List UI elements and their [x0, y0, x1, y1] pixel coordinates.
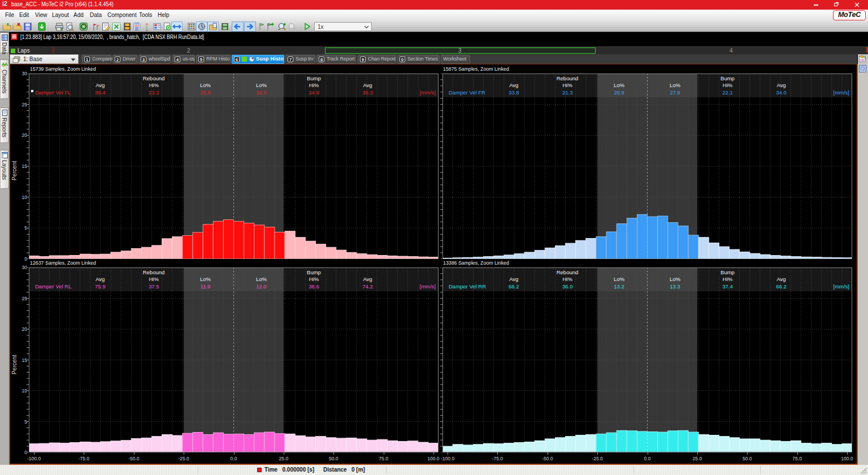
- svg-text:27.8: 27.8: [670, 89, 680, 96]
- svg-text:Hi%: Hi%: [723, 276, 733, 282]
- svg-text:Lo%: Lo%: [670, 276, 681, 282]
- svg-text:Hi%: Hi%: [723, 82, 733, 88]
- svg-text:Avg: Avg: [776, 82, 785, 88]
- svg-text:Avg: Avg: [96, 276, 105, 282]
- svg-text:66.2: 66.2: [776, 283, 787, 290]
- svg-text:[mm/s]: [mm/s]: [420, 89, 436, 96]
- svg-text:Hi%: Hi%: [309, 82, 319, 88]
- svg-text:25.9: 25.9: [200, 89, 211, 96]
- svg-text:Lo%: Lo%: [256, 276, 267, 282]
- svg-text:36.4: 36.4: [95, 89, 106, 96]
- svg-text:[mm/s]: [mm/s]: [834, 89, 850, 96]
- svg-text:Bump: Bump: [307, 75, 321, 81]
- svg-text:34.0: 34.0: [776, 89, 787, 96]
- svg-text:[mm/s]: [mm/s]: [834, 283, 850, 290]
- svg-text:[mm/s]: [mm/s]: [420, 283, 436, 290]
- svg-text:12.0: 12.0: [256, 283, 267, 290]
- svg-text:26.0: 26.0: [256, 89, 267, 96]
- svg-text:Avg: Avg: [776, 276, 785, 282]
- svg-text:Hi%: Hi%: [149, 82, 159, 88]
- svg-text:Lo%: Lo%: [200, 276, 211, 282]
- svg-text:Lo%: Lo%: [614, 82, 625, 88]
- svg-text:Rebound: Rebound: [557, 75, 579, 81]
- svg-text:Hi%: Hi%: [149, 276, 159, 282]
- svg-text:23.3: 23.3: [149, 89, 159, 96]
- svg-text:Damper Vel FR: Damper Vel FR: [449, 89, 485, 96]
- svg-text:Avg: Avg: [363, 82, 372, 88]
- svg-text:Lo%: Lo%: [614, 276, 625, 282]
- svg-text:Avg: Avg: [96, 82, 105, 88]
- svg-text:Rebound: Rebound: [557, 269, 579, 275]
- svg-text:33.8: 33.8: [509, 89, 519, 96]
- svg-text:38.6: 38.6: [309, 283, 319, 290]
- svg-text:36.0: 36.0: [562, 283, 573, 290]
- svg-text:Hi%: Hi%: [562, 276, 572, 282]
- svg-text:Rebound: Rebound: [143, 75, 165, 81]
- svg-text:Bump: Bump: [721, 269, 735, 275]
- svg-text:Avg: Avg: [363, 276, 372, 282]
- svg-text:Damper Vel RR: Damper Vel RR: [449, 283, 486, 290]
- svg-text:11.9: 11.9: [201, 283, 211, 290]
- svg-text:22.1: 22.1: [722, 89, 733, 96]
- svg-text:13.2: 13.2: [614, 283, 624, 290]
- svg-text:Lo%: Lo%: [256, 82, 267, 88]
- svg-text:Avg: Avg: [509, 82, 518, 88]
- svg-text:68.2: 68.2: [509, 283, 519, 290]
- svg-text:13.3: 13.3: [670, 283, 680, 290]
- svg-text:Damper Vel FL: Damper Vel FL: [35, 89, 71, 96]
- svg-text:Rebound: Rebound: [143, 269, 165, 275]
- svg-text:37.4: 37.4: [722, 283, 733, 290]
- svg-text:Bump: Bump: [721, 75, 735, 81]
- svg-text:37.5: 37.5: [149, 283, 159, 290]
- svg-text:Damper Vel RL: Damper Vel RL: [35, 283, 71, 290]
- svg-text:Hi%: Hi%: [309, 276, 319, 282]
- svg-text:21.3: 21.3: [562, 89, 573, 96]
- svg-text:Lo%: Lo%: [200, 82, 211, 88]
- svg-text:74.2: 74.2: [362, 283, 373, 290]
- svg-text:35.3: 35.3: [362, 89, 373, 96]
- svg-text:Bump: Bump: [307, 269, 321, 275]
- svg-text:75.9: 75.9: [95, 283, 106, 290]
- svg-text:24.8: 24.8: [309, 89, 319, 96]
- svg-text:Avg: Avg: [509, 276, 518, 282]
- svg-text:Lo%: Lo%: [670, 82, 681, 88]
- svg-text:28.8: 28.8: [614, 89, 624, 96]
- svg-text:Hi%: Hi%: [562, 82, 572, 88]
